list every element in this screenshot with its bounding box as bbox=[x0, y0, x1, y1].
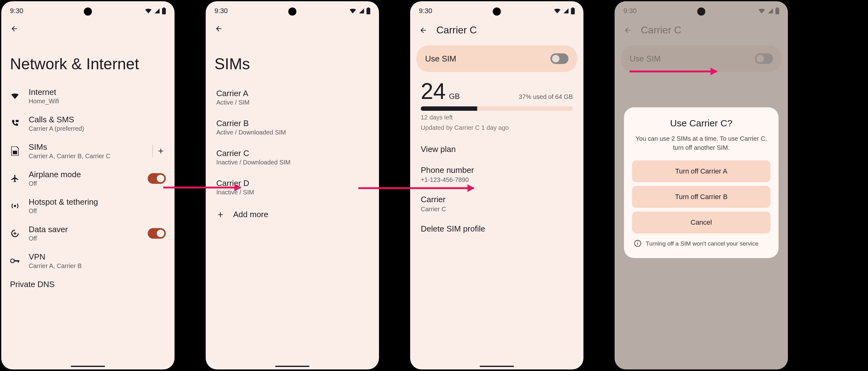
sim-name: Carrier B bbox=[216, 119, 368, 128]
wifi-icon bbox=[10, 92, 19, 100]
wifi-status-icon bbox=[554, 8, 561, 14]
item-title: VPN bbox=[29, 252, 166, 262]
svg-rect-8 bbox=[18, 260, 19, 263]
use-carrier-dialog: Use Carrier C? You can use 2 SIMs at a t… bbox=[624, 107, 779, 258]
svg-point-6 bbox=[10, 259, 14, 263]
info-icon bbox=[634, 240, 642, 247]
svg-rect-9 bbox=[367, 8, 370, 15]
svg-rect-11 bbox=[571, 8, 575, 15]
home-indicator bbox=[480, 366, 514, 367]
detail-title: Phone number bbox=[421, 165, 573, 175]
phone-number[interactable]: Phone number +1-123-456-7890 bbox=[410, 160, 584, 189]
item-private-dns[interactable]: Private DNS bbox=[1, 275, 175, 294]
arrow-back-icon bbox=[215, 25, 223, 33]
cancel-button[interactable]: Cancel bbox=[632, 211, 770, 233]
add-more-label: Add more bbox=[233, 210, 268, 219]
delete-sim-profile[interactable]: Delete SIM profile bbox=[410, 219, 584, 239]
svg-rect-16 bbox=[638, 243, 638, 245]
svg-rect-10 bbox=[368, 7, 369, 8]
battery-status-icon bbox=[162, 7, 166, 15]
item-sub: Carrier A, Carrier B, Carrier C bbox=[29, 152, 144, 160]
view-plan[interactable]: View plan bbox=[410, 139, 584, 160]
detail-title: Carrier bbox=[421, 195, 573, 204]
divider bbox=[152, 145, 153, 157]
camera-cutout bbox=[493, 7, 501, 16]
data-used-text: 37% used of 64 GB bbox=[519, 93, 573, 101]
signal-status-icon bbox=[563, 8, 569, 14]
carrier-row[interactable]: Carrier Carrier C bbox=[410, 189, 584, 219]
item-sub: Off bbox=[29, 180, 139, 187]
back-button[interactable] bbox=[10, 24, 19, 33]
sim-name: Carrier A bbox=[216, 89, 368, 98]
sim-carrier-a[interactable]: Carrier A Active / SIM bbox=[206, 82, 379, 112]
camera-cutout bbox=[84, 7, 92, 16]
sim-carrier-b[interactable]: Carrier B Active / Downloaded SIM bbox=[206, 112, 379, 142]
sim-status: Active / SIM bbox=[216, 99, 368, 106]
airplane-icon bbox=[10, 174, 19, 183]
item-title: Hotspot & tethering bbox=[29, 197, 166, 207]
data-amount: 24 bbox=[421, 78, 446, 104]
use-sim-toggle[interactable] bbox=[550, 53, 568, 64]
screen-network-internet: 9:30 Network & Internet Internet Home_Wi… bbox=[1, 1, 175, 369]
app-bar-title: Carrier C bbox=[436, 24, 477, 36]
screen-carrier-dialog: 9:30 Carrier C Use SIM Use Carrier C? Yo… bbox=[615, 1, 788, 369]
data-saver-icon bbox=[10, 229, 19, 238]
flow-arrow-3 bbox=[629, 70, 717, 73]
data-saver-toggle[interactable] bbox=[148, 228, 166, 239]
flow-arrow-2 bbox=[359, 187, 474, 189]
back-button[interactable] bbox=[214, 24, 223, 33]
item-internet[interactable]: Internet Home_Wifi bbox=[1, 82, 175, 110]
status-time: 9:30 bbox=[419, 7, 432, 15]
arrow-back-icon bbox=[10, 25, 19, 33]
item-data-saver[interactable]: Data saver Off bbox=[1, 220, 175, 247]
hotspot-icon bbox=[10, 202, 19, 210]
page-title: SIMs bbox=[206, 39, 379, 82]
battery-status-icon bbox=[367, 7, 370, 15]
plus-icon bbox=[216, 210, 224, 219]
item-sub: Carrier A, Carrier B bbox=[29, 262, 166, 269]
days-left: 12 days left bbox=[421, 114, 573, 121]
sim-icon bbox=[11, 146, 19, 156]
add-sim-button[interactable] bbox=[156, 146, 166, 156]
screen-sims: 9:30 SIMs Carrier A Active / SIM Carrier… bbox=[206, 1, 379, 369]
svg-rect-2 bbox=[16, 120, 19, 122]
item-title: SIMs bbox=[29, 142, 144, 152]
status-time: 9:30 bbox=[10, 7, 23, 15]
item-title: Internet bbox=[29, 87, 166, 97]
svg-point-4 bbox=[14, 205, 16, 207]
item-sub: Carrier A (preferred) bbox=[29, 125, 166, 132]
item-sims[interactable]: SIMs Carrier A, Carrier B, Carrier C bbox=[1, 137, 175, 165]
svg-rect-0 bbox=[162, 8, 166, 15]
turn-off-carrier-b-button[interactable]: Turn off Carrier B bbox=[632, 186, 770, 208]
data-usage-block: 37% used of 64 GB 24 GB 12 days left Upd… bbox=[410, 75, 584, 139]
detail-title: Delete SIM profile bbox=[421, 224, 573, 234]
flow-arrow-1 bbox=[163, 187, 241, 189]
item-title: Data saver bbox=[29, 225, 139, 234]
arrow-back-icon bbox=[419, 26, 427, 34]
item-sub: Home_Wifi bbox=[29, 98, 166, 105]
turn-off-carrier-a-button[interactable]: Turn off Carrier A bbox=[632, 161, 770, 182]
svg-rect-12 bbox=[572, 7, 574, 8]
item-hotspot[interactable]: Hotspot & tethering Off bbox=[1, 192, 175, 220]
item-title: Calls & SMS bbox=[29, 115, 166, 124]
back-button[interactable] bbox=[419, 26, 428, 35]
updated-text: Updated by Carrier C 1 day ago bbox=[421, 124, 573, 131]
data-progress bbox=[421, 106, 573, 111]
svg-rect-17 bbox=[638, 241, 638, 242]
item-calls-sms[interactable]: Calls & SMS Carrier A (preferred) bbox=[1, 110, 175, 137]
add-more-button[interactable]: Add more bbox=[206, 202, 379, 227]
item-vpn[interactable]: VPN Carrier A, Carrier B bbox=[1, 247, 175, 275]
use-sim-row[interactable]: Use SIM bbox=[416, 45, 577, 72]
home-indicator bbox=[71, 366, 105, 367]
data-progress-fill bbox=[421, 106, 477, 111]
data-unit: GB bbox=[449, 92, 460, 101]
item-sub: Off bbox=[29, 235, 139, 242]
item-title: Airplane mode bbox=[29, 170, 139, 179]
sim-carrier-c[interactable]: Carrier C Inactive / Downloaded SIM bbox=[206, 142, 379, 172]
sim-name: Carrier C bbox=[216, 148, 368, 158]
item-airplane-mode[interactable]: Airplane mode Off bbox=[1, 165, 175, 192]
use-sim-label: Use SIM bbox=[425, 54, 456, 64]
battery-status-icon bbox=[571, 7, 575, 15]
page-title: Network & Internet bbox=[1, 39, 175, 82]
airplane-toggle[interactable] bbox=[148, 173, 166, 184]
